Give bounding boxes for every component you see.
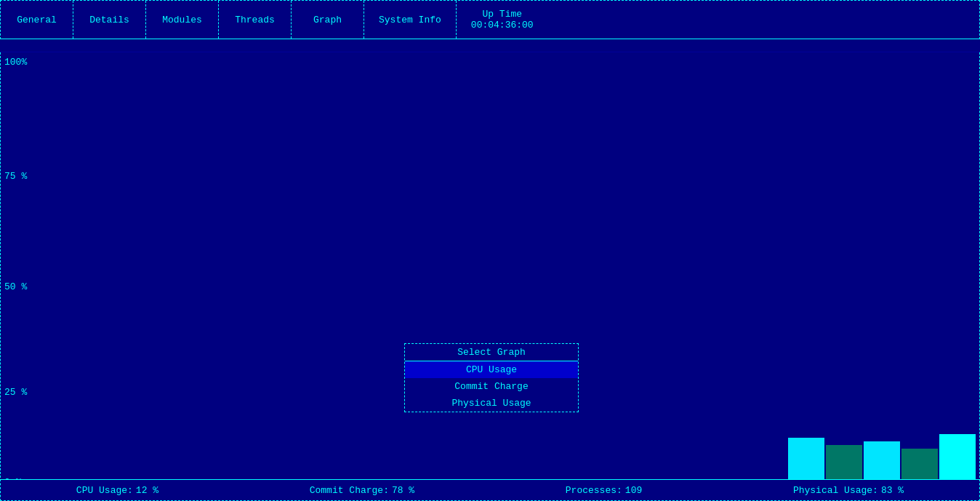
select-graph-commit[interactable]: Commit Charge (405, 378, 578, 395)
graph-area: 100% 75 % 50 % 25 % 0 % Select Graph CPU… (0, 52, 980, 492)
uptime-display: Up Time 00:04:36:00 (457, 1, 548, 39)
separator-row (0, 39, 980, 52)
tab-modules[interactable]: Modules (146, 1, 219, 39)
tab-system-info[interactable]: System Info (364, 1, 457, 39)
y-label-25: 25 % (4, 387, 27, 398)
physical-usage-status: Physical Usage: 83 % (793, 485, 904, 496)
select-graph-popup: Select Graph CPU Usage Commit Charge Phy… (404, 343, 579, 412)
tab-graph[interactable]: Graph (292, 1, 364, 39)
select-graph-physical[interactable]: Physical Usage (405, 395, 578, 412)
select-graph-title: Select Graph (405, 344, 578, 361)
tab-threads[interactable]: Threads (219, 1, 292, 39)
y-label-50: 50 % (4, 281, 27, 292)
cpu-usage-status: CPU Usage: 12 % (76, 485, 158, 496)
select-graph-cpu[interactable]: CPU Usage (405, 361, 578, 378)
processes-status: Processes: 109 (566, 485, 642, 496)
status-bar: CPU Usage: 12 % Commit Charge: 78 % Proc… (0, 479, 980, 501)
nav-bar: General Details Modules Threads Graph Sy… (0, 0, 980, 39)
y-label-100: 100% (4, 57, 27, 68)
tab-details[interactable]: Details (73, 1, 146, 39)
tab-general[interactable]: General (1, 1, 73, 39)
y-label-75: 75 % (4, 171, 27, 182)
commit-charge-status: Commit Charge: 78 % (310, 485, 414, 496)
